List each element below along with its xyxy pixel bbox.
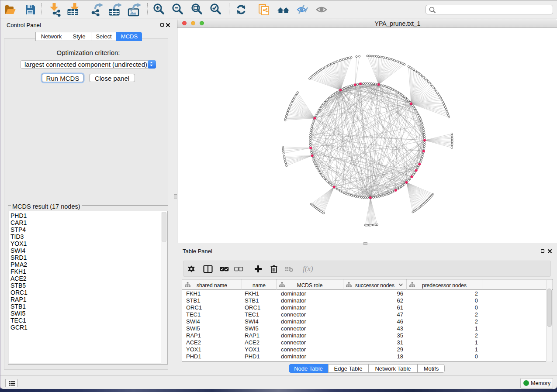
svg-text:f(x): f(x) bbox=[303, 265, 313, 273]
